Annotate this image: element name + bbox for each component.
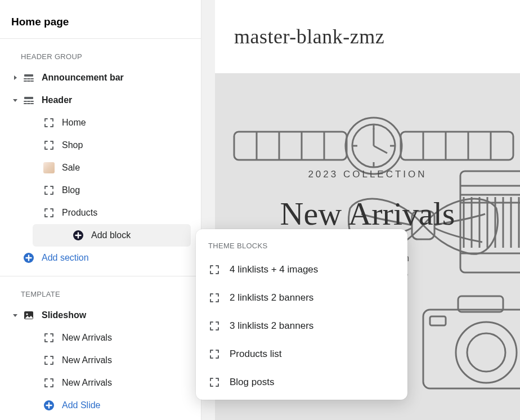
theme-block-2-linklists-2-banners[interactable]: 2 linklists 2 banners [196,284,407,312]
block-icon [208,263,221,276]
page-title: Home page [0,0,201,38]
block-icon [208,320,221,332]
theme-block-products-list[interactable]: Products list [196,340,407,368]
store-title: master-blank-zmz [215,0,520,73]
svg-rect-4 [234,132,347,160]
block-blog[interactable]: Blog [3,179,195,202]
add-slide-label: Add Slide [62,400,101,410]
block-icon [208,292,221,304]
add-section-label: Add section [42,253,89,263]
hero-subtitle: 2023 COLLECTION [215,169,520,180]
block-label: Products [62,208,97,218]
theme-blocks-popover: THEME BLOCKS 4 linklists + 4 images 2 li… [196,229,407,400]
slide-item[interactable]: New Arrivals [3,372,195,394]
section-announcement-bar[interactable]: Announcement bar [3,66,195,89]
block-icon [43,332,55,344]
image-icon [23,309,35,321]
theme-block-4-linklists-4-images[interactable]: 4 linklists + 4 images [196,256,407,284]
popover-label: THEME BLOCKS [196,229,407,256]
add-block-button[interactable]: Add block [33,224,191,247]
watch-lineart [232,115,519,177]
slide-label: New Arrivals [62,333,112,343]
block-icon [43,117,55,129]
caret-down-icon[interactable] [11,96,19,104]
section-label: Slideshow [42,310,86,320]
block-label: Blog [62,185,80,195]
group-label-header: HEADER GROUP [0,39,199,66]
block-label: Home [62,118,86,128]
plus-circle-icon [72,229,84,242]
section-icon [23,72,35,84]
section-label: Header [42,95,72,105]
add-section-button[interactable]: Add section [3,247,195,269]
theme-block-3-linklists-2-banners[interactable]: 3 linklists 2 banners [196,312,407,340]
svg-line-17 [374,146,387,153]
add-block-label: Add block [91,230,131,240]
svg-point-30 [456,322,517,383]
sidebar-scroll[interactable]: HEADER GROUP Announcement bar Header Hom… [0,38,201,420]
block-shop[interactable]: Shop [3,134,195,157]
block-icon [43,354,55,367]
block-icon [43,207,55,219]
block-home[interactable]: Home [3,111,195,134]
block-label: Shop [62,140,83,150]
block-icon [43,377,55,389]
slide-label: New Arrivals [62,355,112,365]
popover-item-label: Products list [230,348,282,360]
caret-down-icon[interactable] [11,311,19,319]
block-icon [208,348,221,360]
block-icon [208,376,221,388]
popover-item-label: 2 linklists 2 banners [230,292,313,303]
caret-right-icon[interactable] [11,74,19,82]
svg-rect-5 [401,132,513,160]
slide-label: New Arrivals [62,378,112,388]
block-icon [43,139,55,151]
block-label: Sale [62,163,80,173]
section-slideshow[interactable]: Slideshow [3,304,195,327]
add-slide-button[interactable]: Add Slide [3,394,195,417]
theme-block-blog-posts[interactable]: Blog posts [196,368,407,396]
block-products[interactable]: Products [3,202,195,224]
plus-circle-icon [43,399,55,412]
section-header[interactable]: Header [3,89,195,111]
section-icon [23,94,35,106]
block-thumbnail [43,162,55,174]
section-label: Announcement bar [42,73,124,83]
svg-point-31 [467,333,505,372]
hero-title: New Arrivals [215,195,520,233]
block-icon [43,184,55,196]
popover-item-label: 4 linklists + 4 images [230,264,318,275]
block-sale[interactable]: Sale [3,157,195,179]
plus-circle-icon [23,252,35,264]
popover-item-label: 3 linklists 2 banners [230,320,313,332]
sidebar: Home page HEADER GROUP Announcement bar … [0,0,201,420]
popover-item-label: Blog posts [230,377,274,388]
slide-item[interactable]: New Arrivals [3,349,195,372]
slide-item[interactable]: New Arrivals [3,327,195,349]
group-label-template: TEMPLATE [0,276,199,304]
